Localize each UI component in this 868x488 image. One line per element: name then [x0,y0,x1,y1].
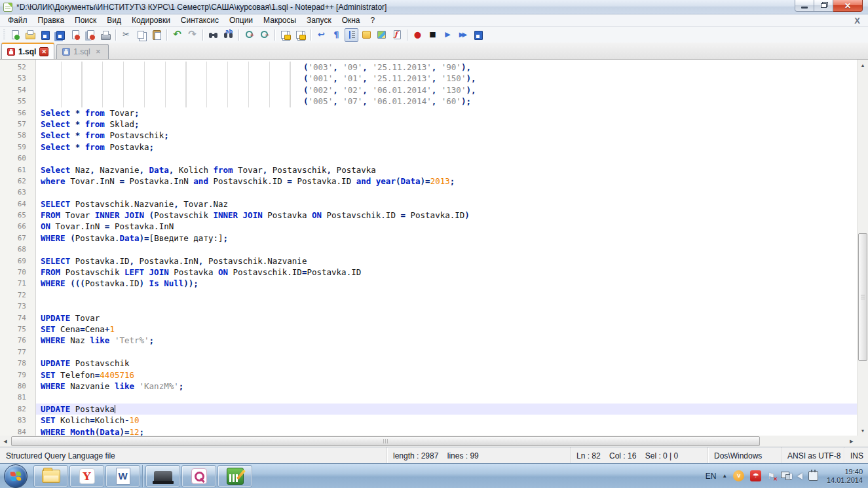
user-language-button[interactable] [360,28,373,42]
code-line-81[interactable] [36,392,857,403]
new-file-button[interactable] [8,28,22,42]
close-document-button[interactable]: X [854,16,860,26]
menu-item[interactable]: Кодировки [126,15,176,26]
paste-button[interactable] [149,28,163,42]
menu-item[interactable]: Макросы [258,15,301,26]
code-line-73[interactable] [36,301,857,312]
restore-button[interactable] [814,0,833,12]
save-all-button[interactable] [53,28,67,42]
code-line-57[interactable]: Select * from Sklad; [36,119,857,130]
zoom-in-button[interactable] [242,28,256,42]
code-line-82[interactable]: UPDATE Postavka [36,404,857,415]
code-line-63[interactable] [36,187,857,198]
code-line-61[interactable]: Select Naz, Nazvanie, Data, Kolich from … [36,164,857,176]
code-line-72[interactable] [36,290,857,301]
code-line-80[interactable]: WHERE Nazvanie like 'KanzM%'; [36,381,857,392]
document-map-button[interactable] [375,28,388,42]
code-line-54[interactable]: ('002', '02', '06.01.2014', '130'), [36,84,857,96]
zoom-out-button[interactable] [257,28,271,42]
taskbar-access-button[interactable] [181,465,216,487]
word-wrap-button[interactable]: ↩ [314,28,328,42]
code-line-55[interactable]: ('005', '07', '06.01.2014', '60'); [36,96,857,107]
menu-item[interactable]: Файл [3,15,33,26]
undo-button[interactable]: ↶ [170,28,184,42]
taskbar-chart-editor-button[interactable] [217,465,252,487]
code-line-52[interactable]: ('003', '09', '25.11.2013', '90'), [36,62,857,73]
close-all-button[interactable] [83,28,97,42]
macro-record-button[interactable]: ● [411,28,425,42]
code-line-71[interactable]: WHERE (((Postavka.ID) Is Null)); [36,278,857,289]
code-line-79[interactable]: SET Telefon=4405716 [36,369,857,381]
language-indicator[interactable]: EN [706,472,717,481]
close-button[interactable]: ✕ [833,0,863,12]
tab-close-icon[interactable]: ✕ [39,47,48,56]
replace-button[interactable] [221,28,235,42]
app-icon[interactable] [3,3,12,12]
save-button[interactable] [38,28,52,42]
scroll-right-arrow-icon[interactable]: ▶ [846,436,857,447]
sync-scroll-horizontal-button[interactable] [293,28,307,42]
close-file-button[interactable] [68,28,82,42]
volume-tray-icon[interactable] [797,473,802,479]
code-line-59[interactable]: Select * from Postavka; [36,141,857,153]
code-line-70[interactable]: FROM Postavschik LEFT JOIN Postavka ON P… [36,267,857,278]
cut-button[interactable]: ✂ [119,28,133,42]
scroll-left-arrow-icon[interactable]: ◀ [0,436,10,447]
code-line-77[interactable] [36,347,857,358]
code-line-67[interactable]: WHERE (Postavka.Data)=[Введите дату:]; [36,233,857,244]
redo-button[interactable]: ↷ [185,28,199,42]
antivirus-tray-icon[interactable]: ☂ [750,470,761,481]
vertical-scrollbar[interactable]: ▲ ▼ [857,60,868,436]
updater-tray-icon[interactable]: v [733,470,744,481]
horizontal-scrollbar[interactable]: ◀ ▶ [0,436,868,447]
scroll-up-arrow-icon[interactable]: ▲ [858,60,868,70]
menu-item[interactable]: Синтаксис [176,15,224,26]
minimize-button[interactable] [795,0,814,12]
taskbar-word-button[interactable]: W [105,465,140,487]
menu-item[interactable]: Опции [224,15,258,26]
show-hidden-icons-button[interactable]: ▲ [722,473,727,479]
find-button[interactable] [206,28,220,42]
macro-playback-button[interactable]: ▶ [441,28,455,42]
code-area[interactable]: ('003', '09', '25.11.2013', '90'),('001'… [36,60,857,436]
macro-save-button[interactable] [471,28,485,42]
code-line-65[interactable]: FROM Tovar INNER JOIN (Postavschik INNER… [36,210,857,221]
taskbar-media-device-button[interactable] [145,465,180,487]
print-button[interactable] [98,28,112,42]
code-line-75[interactable]: SET Cena=Cena+1 [36,324,857,335]
action-center-tray-icon[interactable]: ⚑ [767,471,775,481]
function-list-button[interactable] [390,28,404,42]
show-all-characters-button[interactable]: ¶ [330,28,343,42]
macro-stop-button[interactable]: ■ [426,28,440,42]
code-line-68[interactable] [36,244,857,255]
title-bar[interactable]: *D:\ЮЛИК\Документы\ИНСТИТУТ\3 КУРС\1 Сем… [0,0,868,14]
menu-item[interactable]: Правка [33,15,70,26]
horizontal-scrollbar-thumb[interactable] [11,436,760,446]
code-line-66[interactable]: ON Tovar.InN = Postavka.InN [36,221,857,232]
taskbar-explorer-button[interactable] [33,465,68,487]
code-line-76[interactable]: WHERE Naz like 'Tetr%'; [36,335,857,346]
menu-item[interactable]: ? [366,15,381,26]
vertical-scrollbar-thumb[interactable] [858,233,867,361]
power-tray-icon[interactable] [808,471,818,481]
menu-item[interactable]: Окна [337,15,366,26]
start-button[interactable] [4,464,28,488]
sync-scroll-vertical-button[interactable] [278,28,292,42]
code-line-84[interactable]: WHERE Month(Data)=12; [36,426,857,436]
code-line-78[interactable]: UPDATE Postavschik [36,358,857,369]
open-file-button[interactable] [23,28,37,42]
menu-item[interactable]: Запуск [301,15,337,26]
tab-1.sql-0[interactable]: 1.sql✕ [1,43,54,59]
scroll-down-arrow-icon[interactable]: ▼ [858,425,868,436]
indent-guide-button[interactable] [345,28,358,42]
code-line-64[interactable]: SELECT Postavschik.Nazvanie, Tovar.Naz [36,198,857,210]
toolbar-grip[interactable] [3,29,5,41]
macro-run-multiple-button[interactable]: ▶▶ [456,28,470,42]
menu-item[interactable]: Вид [102,15,126,26]
code-line-62[interactable]: where Tovar.InN = Postavka.InN and Posta… [36,176,857,187]
taskbar-clock[interactable]: 19:40 14.01.2014 [827,468,863,485]
tab-1.sql-1[interactable]: 1.sql✕ [56,44,108,59]
code-line-60[interactable] [36,153,857,164]
code-line-74[interactable]: UPDATE Tovar [36,312,857,324]
code-line-58[interactable]: Select * from Postavschik; [36,130,857,141]
